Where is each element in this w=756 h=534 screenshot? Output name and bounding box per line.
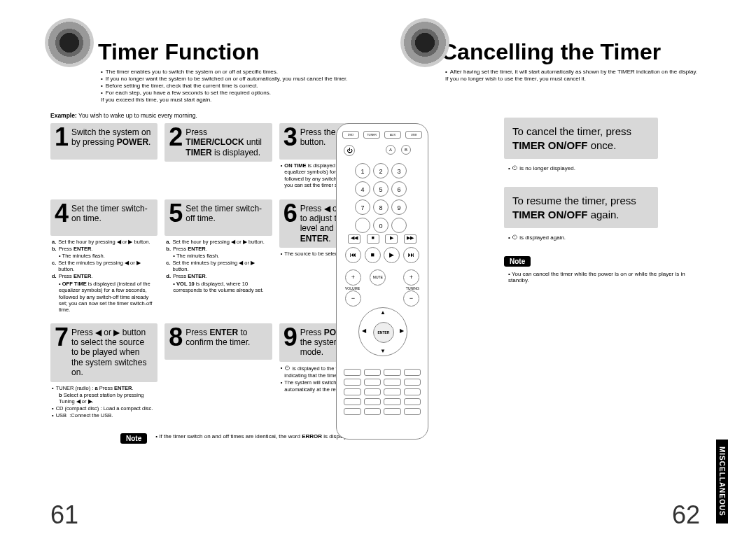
page-62: Cancelling the Timer After having set th… xyxy=(406,14,700,520)
step-5: 5 Set the timer switch-off time. xyxy=(164,199,272,236)
intro-bullets-right: After having set the timer, it will star… xyxy=(445,69,700,83)
note-label: Note xyxy=(120,433,147,444)
page-title-right: Cancelling the Timer xyxy=(441,41,700,63)
remote-play: ▶ xyxy=(384,247,400,263)
step-2: 2 Press TIMER/CLOCK until TIMER is displ… xyxy=(164,123,272,162)
power-icon: ⏻ xyxy=(344,145,355,156)
remote-prev: ⏮ xyxy=(345,247,361,263)
remote-a-btn: A xyxy=(386,145,396,155)
remote-mute: MUTE xyxy=(370,269,386,286)
step-4: 4 Set the timer switch-on time. xyxy=(50,199,158,236)
note-label-right: Note xyxy=(504,256,531,267)
step-1: 1 Switch the system on by pressing POWER… xyxy=(50,123,158,160)
remote-btn-aux: AUX xyxy=(384,131,401,139)
remote-numpad: 123 456 789 0 xyxy=(355,163,407,233)
resume-sub: • is displayed again. xyxy=(508,234,700,241)
page-number-62: 62 xyxy=(672,500,700,530)
intro-bullets: The timer enables you to switch the syst… xyxy=(101,69,386,104)
remote-vol-up: + xyxy=(345,269,361,286)
step-7-sub: •TUNER (radio) : a Press ENTER. b Select… xyxy=(50,385,158,419)
remote-stop: ■ xyxy=(365,247,381,263)
remote-btn-dvd: DVD xyxy=(342,131,359,139)
step-5-sub: a.Set the hour by pressing ◀ or ▶ button… xyxy=(164,239,272,294)
speaker-art-icon xyxy=(45,18,94,67)
resume-box: To resume the timer, press TIMER ON/OFF … xyxy=(504,187,658,228)
speaker-art-icon xyxy=(400,18,449,67)
page-title: Timer Function xyxy=(98,41,386,63)
note-text-right: • You can cancel the timer while the pow… xyxy=(508,271,700,283)
remote-vol-dn: − xyxy=(345,290,361,307)
section-tab: MISCELLANEOUS xyxy=(716,440,728,524)
page-number-61: 61 xyxy=(50,500,78,530)
step-4-sub: a.Set the hour by pressing ◀ or ▶ button… xyxy=(50,239,158,314)
remote-dpad: ▲ ▼ ◀ ▶ ENTER xyxy=(358,307,407,356)
cancel-sub: • is no longer displayed. xyxy=(508,164,700,171)
example-line: Example: You wish to wake up to music ev… xyxy=(50,112,386,119)
remote-btn-tuner: TUNER xyxy=(363,131,380,139)
step-7: 7 Press ◀ or ▶ button to select the sour… xyxy=(50,323,158,382)
remote-enter: ENTER xyxy=(373,322,394,343)
cancel-box: To cancel the timer, press TIMER ON/OFF … xyxy=(504,118,658,159)
step-8: 8 Press ENTER to confirm the timer. xyxy=(164,323,272,360)
